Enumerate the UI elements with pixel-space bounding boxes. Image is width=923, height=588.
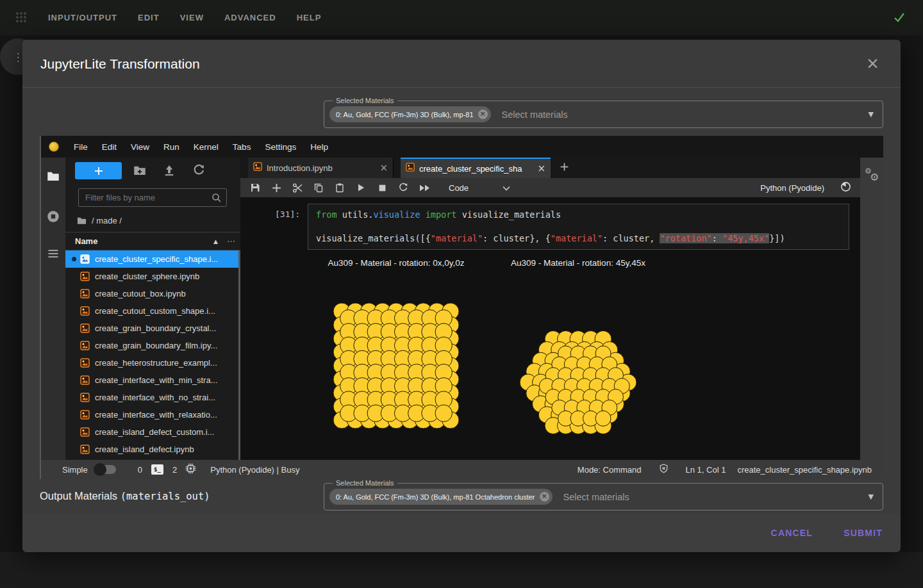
- file-list-header[interactable]: Name ▲ ⋯: [65, 232, 240, 250]
- file-list-item[interactable]: create_interface_with_min_stra...: [65, 372, 240, 389]
- output-materials-field[interactable]: Selected Materials 0: Au, Gold, FCC (Fm-…: [324, 483, 883, 510]
- tab-introduction[interactable]: Introduction.ipynb ×: [248, 158, 394, 178]
- file-list-item[interactable]: create_heterostructure_exampl...: [65, 354, 240, 372]
- open-dot-indicator: [72, 395, 76, 400]
- app-menu-list: INPUT/OUTPUTEDITVIEWADVANCEDHELP: [48, 0, 321, 35]
- settings-gears-icon[interactable]: ⚙ ⚙: [864, 168, 882, 186]
- new-folder-icon[interactable]: [133, 164, 146, 177]
- close-icon[interactable]: ×: [537, 163, 545, 174]
- file-browser-panel: / made / Name ▲ ⋯ create_cluster_specifi…: [65, 158, 240, 460]
- file-list-item[interactable]: create_grain_boundary_film.ipy...: [65, 337, 240, 354]
- table-of-contents-icon[interactable]: [47, 247, 60, 260]
- input-materials-field[interactable]: Selected Materials 0: Au, Gold, FCC (Fm-…: [324, 101, 883, 128]
- close-icon[interactable]: ×: [379, 162, 388, 174]
- apps-grid-icon[interactable]: [15, 12, 27, 26]
- file-list-item[interactable]: create_island_defect_custom.i...: [65, 423, 240, 441]
- kernel-count[interactable]: 2: [172, 465, 177, 475]
- jupyter-menu-run[interactable]: Run: [156, 142, 187, 152]
- open-dot-indicator: [72, 430, 76, 434]
- add-cell-icon[interactable]: [270, 182, 282, 193]
- jupyter-menu-tabs[interactable]: Tabs: [226, 142, 258, 152]
- kernel-name[interactable]: Python (Pyodide): [760, 183, 824, 193]
- refresh-icon[interactable]: [192, 164, 205, 177]
- cut-icon[interactable]: [292, 182, 303, 193]
- jupyter-menu-file[interactable]: File: [67, 142, 95, 152]
- submit-button[interactable]: SUBMIT: [844, 528, 883, 538]
- dialog-header: JupyterLite Transformation ×: [22, 40, 901, 88]
- file-list-item[interactable]: create_island_defect.ipynb: [65, 441, 240, 458]
- notebook-icon: [80, 323, 90, 333]
- jupyter-menu-edit[interactable]: Edit: [95, 142, 124, 152]
- app-menu-help[interactable]: HELP: [297, 13, 322, 22]
- fast-forward-icon[interactable]: [419, 182, 430, 193]
- paste-icon[interactable]: [334, 182, 345, 193]
- restart-kernel-icon[interactable]: [397, 182, 409, 193]
- dialog-close-button[interactable]: ×: [866, 55, 879, 71]
- stop-icon[interactable]: [376, 182, 388, 193]
- kernel-status-icon: [840, 181, 851, 195]
- jupyter-menu-settings[interactable]: Settings: [258, 142, 303, 152]
- add-tab-icon[interactable]: [560, 162, 569, 174]
- app-menu-advanced[interactable]: ADVANCED: [224, 13, 276, 22]
- cpu-icon: [185, 463, 196, 476]
- running-kernels-icon[interactable]: [47, 210, 60, 223]
- new-launcher-button[interactable]: [75, 162, 122, 179]
- file-browser-icon[interactable]: [47, 170, 60, 183]
- cell-type-select[interactable]: Code: [449, 183, 469, 193]
- terminal-icon: $_: [151, 464, 163, 475]
- breadcrumb[interactable]: / made /: [77, 214, 122, 227]
- save-icon[interactable]: [249, 182, 261, 193]
- app-menu-view[interactable]: VIEW: [180, 13, 204, 22]
- app-menu-input-output[interactable]: INPUT/OUTPUT: [48, 13, 117, 22]
- simple-mode-toggle[interactable]: [96, 465, 116, 474]
- app-menu-edit[interactable]: EDIT: [138, 13, 160, 22]
- filter-files-input[interactable]: [79, 189, 226, 206]
- more-options-icon[interactable]: ⋯: [227, 236, 235, 246]
- notebook-icon: [406, 163, 415, 174]
- file-list-item[interactable]: create_interface_with_no_strai...: [65, 389, 240, 406]
- notebook-dock-panel: Introduction.ipynb × create_cluster_spec…: [240, 158, 860, 460]
- notebook-icon: [80, 272, 90, 281]
- upload-icon[interactable]: [163, 164, 176, 177]
- dropdown-caret-icon[interactable]: ▼: [869, 493, 874, 501]
- open-dot-indicator: [72, 309, 76, 313]
- jupyterlite-transformation-dialog: JupyterLite Transformation × Input Mater…: [22, 40, 901, 552]
- open-dot-indicator: [72, 378, 76, 382]
- material-chip: 0: Au, Gold, FCC (Fm-3m) 3D (Bulk), mp-8…: [329, 489, 553, 505]
- notebook-icon: [80, 375, 90, 385]
- cancel-button[interactable]: CANCEL: [771, 528, 813, 538]
- chip-remove-icon[interactable]: ×: [478, 110, 488, 119]
- notebook-content[interactable]: [31]: from utils.visualize import visual…: [240, 197, 860, 460]
- active-filename: create_cluster_specific_shape.ipynb: [737, 465, 872, 475]
- file-list-item[interactable]: create_interface_with_relaxatio...: [65, 406, 240, 423]
- terminal-count[interactable]: 0: [138, 465, 142, 475]
- open-dot-indicator: [72, 361, 76, 365]
- chip-remove-icon[interactable]: ×: [540, 492, 549, 502]
- tab-create-cluster-specific-shape[interactable]: create_cluster_specific_sha ×: [401, 158, 551, 178]
- file-list-item[interactable]: create_grain_boundary_crystal...: [65, 320, 240, 337]
- chevron-down-icon[interactable]: [503, 182, 510, 193]
- jupyter-menu-view[interactable]: View: [124, 142, 156, 152]
- dialog-footer: CANCEL SUBMIT: [22, 514, 901, 552]
- screen: INPUT/OUTPUTEDITVIEWADVANCEDHELP ⋮ Jupyt…: [0, 0, 923, 588]
- right-sidebar-strip: ⚙ ⚙: [860, 158, 883, 460]
- file-list-item[interactable]: create_cluster_sphere.ipynb: [65, 268, 240, 285]
- copy-icon[interactable]: [313, 182, 324, 193]
- dropdown-caret-icon[interactable]: ▼: [869, 110, 874, 118]
- kernel-status-text[interactable]: Python (Pyodide) | Busy: [210, 465, 299, 475]
- file-list-item[interactable]: create_cutout_box.ipynb: [65, 285, 240, 302]
- notebook-icon: [80, 289, 90, 298]
- cursor-position[interactable]: Ln 1, Col 1: [686, 465, 726, 475]
- folder-icon: [77, 216, 87, 225]
- select-materials-placeholder: Select materials: [502, 110, 568, 120]
- run-icon[interactable]: [355, 182, 367, 193]
- file-list-item[interactable]: create_cutout_custom_shape.i...: [65, 302, 240, 320]
- status-bar: Simple 0 $_ 2: [41, 460, 883, 479]
- jupyter-menu-list: FileEditViewRunKernelTabsSettingsHelp: [67, 142, 335, 152]
- jupyter-menu-help[interactable]: Help: [303, 142, 335, 152]
- file-list-item[interactable]: create_cluster_specific_shape.i...: [65, 250, 240, 268]
- open-dot-indicator: [72, 326, 76, 331]
- field-label: Selected Materials: [333, 97, 397, 104]
- jupyter-menu-kernel[interactable]: Kernel: [187, 142, 226, 152]
- open-dot-indicator: [72, 343, 76, 348]
